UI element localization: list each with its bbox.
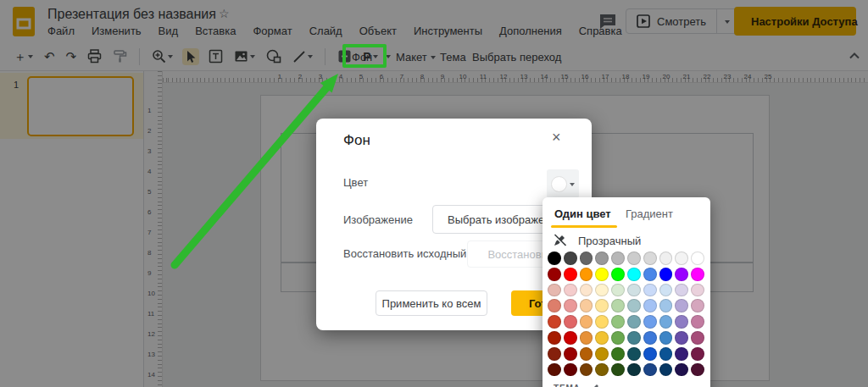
color-swatch[interactable] [580,252,593,265]
color-swatch[interactable] [675,284,688,297]
color-swatch[interactable] [675,347,688,361]
color-swatch[interactable] [627,331,641,345]
swatch-row-7 [548,347,704,361]
color-swatch[interactable] [548,315,561,329]
color-swatch[interactable] [548,299,561,312]
color-swatch[interactable] [564,363,577,377]
theme-colors-button[interactable]: ТЕМА [554,383,600,387]
color-swatch[interactable] [627,315,641,329]
color-swatch[interactable] [548,331,561,345]
color-swatch[interactable] [675,252,688,265]
color-swatch[interactable] [659,347,673,361]
color-swatch[interactable] [627,347,641,361]
color-swatch[interactable] [643,299,657,312]
color-swatch[interactable] [627,252,641,265]
transparent-option[interactable]: Прозрачный [553,234,641,247]
swatch-row-3 [548,284,704,297]
color-swatch[interactable] [595,347,609,361]
color-swatch[interactable] [611,284,625,297]
color-palette-grid [548,252,704,376]
color-swatch[interactable] [643,347,657,361]
swatch-row-2 [548,268,704,281]
swatch-row-4 [548,299,704,312]
background-color-control[interactable] [547,169,579,198]
tab-single-color[interactable]: Один цвет [554,207,611,220]
color-swatch[interactable] [595,299,609,312]
apply-to-all-button[interactable]: Применить ко всем [376,290,487,316]
caret-down-icon [570,183,575,189]
color-swatch[interactable] [659,331,673,345]
color-swatch[interactable] [691,268,704,281]
color-swatch[interactable] [611,363,625,377]
color-swatch[interactable] [659,315,673,329]
swatch-row-6 [548,331,704,345]
color-swatch[interactable] [675,299,688,312]
color-swatch[interactable] [595,315,609,329]
color-swatch[interactable] [627,268,641,281]
color-swatch[interactable] [643,252,657,265]
swatch-row-5 [548,315,704,329]
color-swatch[interactable] [580,268,593,281]
color-swatch[interactable] [580,284,593,297]
theme-label: ТЕМА [554,384,581,387]
color-swatch[interactable] [564,284,577,297]
close-icon[interactable]: × [552,129,561,147]
color-swatch[interactable] [564,252,577,265]
color-swatch[interactable] [691,252,704,265]
color-swatch[interactable] [548,347,561,361]
color-swatch[interactable] [691,331,704,345]
color-swatch[interactable] [611,252,625,265]
color-swatch[interactable] [564,315,577,329]
color-swatch[interactable] [659,268,673,281]
color-swatch[interactable] [627,284,641,297]
color-swatch[interactable] [691,347,704,361]
color-swatch[interactable] [611,347,625,361]
color-swatch[interactable] [564,347,577,361]
color-swatch[interactable] [675,315,688,329]
color-swatch[interactable] [611,315,625,329]
color-swatch[interactable] [675,331,688,345]
color-swatch[interactable] [548,252,561,265]
color-swatch[interactable] [564,331,577,345]
active-tab-underline [551,225,617,228]
color-swatch[interactable] [548,268,561,281]
color-swatch[interactable] [659,252,673,265]
color-swatch[interactable] [580,363,593,377]
color-swatch[interactable] [564,299,577,312]
color-swatch[interactable] [548,284,561,297]
color-swatch[interactable] [580,299,593,312]
color-swatch[interactable] [675,363,688,377]
color-swatch[interactable] [691,363,704,377]
dialog-title: Фон [343,132,370,149]
color-swatch[interactable] [627,299,641,312]
color-swatch[interactable] [611,331,625,345]
color-swatch[interactable] [691,315,704,329]
color-swatch[interactable] [595,331,609,345]
color-swatch[interactable] [627,363,641,377]
color-swatch[interactable] [595,252,609,265]
color-swatch[interactable] [643,315,657,329]
color-swatch[interactable] [611,268,625,281]
color-swatch[interactable] [595,363,609,377]
color-swatch[interactable] [580,347,593,361]
color-swatch[interactable] [643,331,657,345]
color-swatch[interactable] [643,268,657,281]
color-swatch[interactable] [580,315,593,329]
image-label: Изображение [343,213,413,226]
color-swatch[interactable] [659,363,673,377]
color-swatch[interactable] [659,299,673,312]
color-swatch[interactable] [564,268,577,281]
tab-gradient[interactable]: Градиент [626,207,673,220]
color-swatch[interactable] [580,331,593,345]
color-swatch[interactable] [691,284,704,297]
color-swatch[interactable] [611,299,625,312]
color-swatch[interactable] [548,363,561,377]
color-swatch[interactable] [643,284,657,297]
color-swatch[interactable] [595,284,609,297]
color-swatch[interactable] [659,284,673,297]
color-swatch[interactable] [595,268,609,281]
color-swatch[interactable] [675,268,688,281]
color-swatch[interactable] [643,363,657,377]
color-swatch[interactable] [691,299,704,312]
color-label: Цвет [343,176,368,189]
